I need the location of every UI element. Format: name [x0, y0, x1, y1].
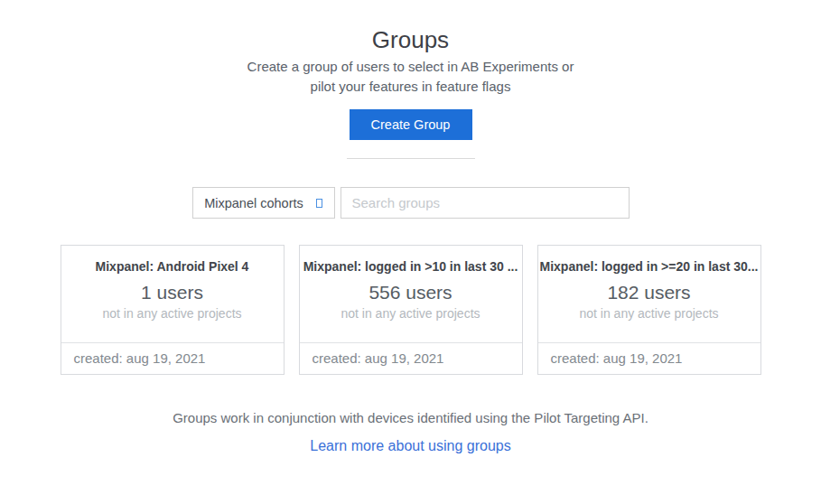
group-card-3[interactable]: Mixpanel: logged in >=20 in last 30... 1… [537, 245, 761, 375]
group-user-count: 556 users [300, 281, 522, 304]
group-created-date: created: aug 19, 2021 [300, 342, 522, 374]
search-groups-input[interactable] [341, 187, 630, 219]
group-created-date: created: aug 19, 2021 [61, 342, 284, 374]
square-glyph-icon [316, 199, 322, 208]
group-user-count: 1 users [61, 281, 284, 304]
learn-more-link[interactable]: Learn more about using groups [310, 438, 510, 454]
group-card-body: Mixpanel: Android Pixel 4 1 users not in… [61, 246, 284, 342]
group-user-count: 182 users [538, 281, 760, 304]
groups-page: Groups Create a group of users to select… [0, 0, 821, 504]
create-group-button[interactable]: Create Group [350, 109, 472, 140]
group-name: Mixpanel: Android Pixel 4 [61, 257, 284, 275]
cohort-dropdown-value: Mixpanel cohorts [204, 196, 303, 210]
header-divider [347, 158, 475, 159]
subtitle-line-1: Create a group of users to select in AB … [247, 57, 574, 77]
group-name: Mixpanel: logged in >10 in last 30 ... [300, 257, 522, 275]
group-card-2[interactable]: Mixpanel: logged in >10 in last 30 ... 5… [299, 245, 523, 375]
subtitle-line-2: pilot your features in feature flags [247, 77, 574, 97]
group-project-status: not in any active projects [300, 306, 522, 321]
cohort-source-dropdown[interactable]: Mixpanel cohorts [192, 187, 335, 219]
group-project-status: not in any active projects [61, 306, 284, 321]
group-project-status: not in any active projects [538, 306, 760, 321]
group-cards-row: Mixpanel: Android Pixel 4 1 users not in… [61, 245, 761, 375]
group-card-body: Mixpanel: logged in >=20 in last 30... 1… [538, 246, 760, 342]
group-name: Mixpanel: logged in >=20 in last 30... [538, 257, 760, 275]
group-card-1[interactable]: Mixpanel: Android Pixel 4 1 users not in… [61, 245, 285, 375]
group-created-date: created: aug 19, 2021 [538, 342, 760, 374]
pilot-api-info-text: Groups work in conjunction with devices … [173, 410, 648, 425]
page-subtitle: Create a group of users to select in AB … [247, 57, 574, 97]
filter-controls: Mixpanel cohorts [192, 187, 630, 219]
group-card-body: Mixpanel: logged in >10 in last 30 ... 5… [300, 246, 522, 342]
page-title: Groups [372, 25, 449, 54]
